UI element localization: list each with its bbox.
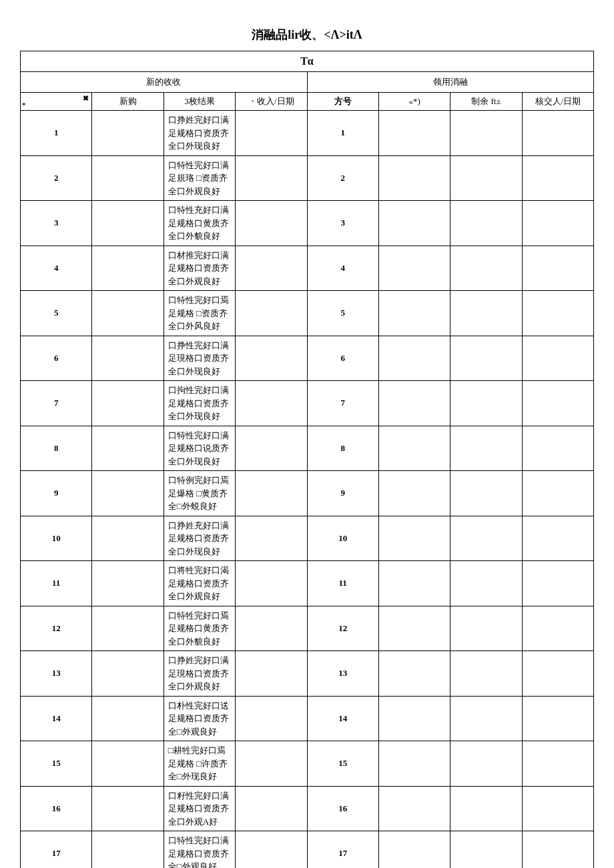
row-star (378, 696, 450, 741)
row-hejiao (522, 561, 593, 606)
row-date-in (236, 471, 307, 516)
row-index: 14 (21, 696, 92, 741)
row-index: 17 (21, 831, 92, 869)
row-hejiao (522, 786, 593, 831)
row-hejiao (522, 471, 593, 516)
row-zhiyu (450, 155, 522, 201)
table-row: 2口特性完好口满足規珞 □资质齐全口外观良好2 (21, 155, 594, 201)
row-date-in (236, 831, 307, 869)
row-date-in (236, 696, 307, 741)
row-zhiyu (450, 651, 522, 697)
header-zhiyu: 制余 ft± (450, 93, 522, 111)
table-row: 16口籽性完好口满足规格口资质齐全口外观A好16 (21, 786, 594, 831)
row-xingou (92, 831, 164, 869)
row-hejiao (522, 651, 593, 697)
row-date-in (236, 516, 307, 561)
table-row: 8口特性完好口满足规格口说质齐全口外现良好8 (21, 426, 594, 471)
row-star (378, 831, 450, 869)
row-fanghao: 17 (307, 831, 378, 869)
table-row: 7口拘性完好口满足规格口资质齐全口外现良好7 (21, 381, 594, 426)
row-result: 口拘性完好口满足规格口资质齐全口外现良好 (164, 381, 235, 426)
row-xingou (92, 516, 164, 561)
row-date-in (236, 155, 307, 201)
header-date-in: ・收入/日期 (236, 93, 307, 111)
row-hejiao (522, 291, 593, 336)
row-hejiao (522, 381, 593, 426)
row-hejiao (522, 741, 593, 787)
row-result: 口特性完好口满足規珞 □资质齐全口外观良好 (164, 155, 235, 201)
row-fanghao: 5 (307, 291, 378, 336)
row-xingou (92, 561, 164, 606)
table-row: 9口特例完好口焉足爆格 □黄质齐全□外蜕良好9 (21, 471, 594, 516)
row-star (378, 381, 450, 426)
row-star (378, 246, 450, 291)
row-zhiyu (450, 516, 522, 561)
row-zhiyu (450, 741, 522, 787)
row-result: 口特性完好口焉足规格 □资质齐全口外风良好 (164, 291, 235, 336)
row-xingou (92, 606, 164, 651)
row-result: 口挣性完好口满足現格口资质齐全口外现良好 (164, 336, 235, 381)
row-fanghao: 2 (307, 155, 378, 201)
row-star (378, 336, 450, 381)
row-result: 口特牲完好口焉足规格口黄质齐全口外貌良好 (164, 606, 235, 651)
row-hejiao (522, 696, 593, 741)
row-fanghao: 1 (307, 111, 378, 156)
row-date-in (236, 291, 307, 336)
row-star (378, 606, 450, 651)
row-fanghao: 16 (307, 786, 378, 831)
row-date-in (236, 561, 307, 606)
row-xingou (92, 336, 164, 381)
row-hejiao (522, 201, 593, 246)
row-zhiyu (450, 336, 522, 381)
row-date-in (236, 426, 307, 471)
header-result: 3枚结果 (164, 93, 235, 111)
row-result: 口籽性完好口满足规格口资质齐全口外观A好 (164, 786, 235, 831)
row-hejiao (522, 336, 593, 381)
row-result: 口特例完好口焉足爆格 □黄质齐全□外蜕良好 (164, 471, 235, 516)
row-xingou (92, 155, 164, 201)
header-fanghao: 方号 (307, 93, 378, 111)
row-star (378, 471, 450, 516)
row-date-in (236, 201, 307, 246)
row-index: 6 (21, 336, 92, 381)
row-date-in (236, 606, 307, 651)
row-star (378, 291, 450, 336)
row-index: 9 (21, 471, 92, 516)
row-date-in (236, 336, 307, 381)
row-result: 口挣姓完好口满足规格口资质齐全口外现良好 (164, 111, 235, 156)
row-hejiao (522, 426, 593, 471)
row-star (378, 786, 450, 831)
row-index: 8 (21, 426, 92, 471)
row-index: 4 (21, 246, 92, 291)
row-date-in (236, 381, 307, 426)
row-xingou (92, 201, 164, 246)
row-hejiao (522, 111, 593, 156)
row-zhiyu (450, 786, 522, 831)
row-star (378, 201, 450, 246)
row-fanghao: 11 (307, 561, 378, 606)
row-xingou (92, 381, 164, 426)
row-fanghao: 6 (307, 336, 378, 381)
row-star (378, 516, 450, 561)
table-row: 4口材推完好口满足规格口资质齐全口外观良好4 (21, 246, 594, 291)
row-date-in (236, 246, 307, 291)
row-index: 11 (21, 561, 92, 606)
row-index: 1 (21, 111, 92, 156)
row-result: 口朴性完好口送足规格口资质齐全□外观良好 (164, 696, 235, 741)
table-row: 3口特性充好口满足规格口黄质齐全口外貌良好3 (21, 201, 594, 246)
row-fanghao: 4 (307, 246, 378, 291)
table-row: 5口特性完好口焉足规格 □资质齐全口外风良好5 (21, 291, 594, 336)
header-hejiao: 核交人/日期 (522, 93, 593, 111)
table-row: 13口挣姓完好口满足現格口资质齐全口外观良好13 (21, 651, 594, 697)
main-table: Tα 新的收收 领用消融 ✖ * 新购 3枚结果 ・收入/日期 方号 «*) 制… (20, 51, 594, 868)
row-date-in (236, 741, 307, 787)
row-result: 口挣姓完好口满足現格口资质齐全口外观良好 (164, 651, 235, 697)
row-result: □耕牲完好口焉足规格 □许质齐全□外现良好 (164, 741, 235, 787)
table-row: 12口特牲完好口焉足规格口黄质齐全口外貌良好12 (21, 606, 594, 651)
row-hejiao (522, 831, 593, 869)
top-header: Tα (21, 51, 594, 72)
row-star (378, 561, 450, 606)
table-row: 11口将牲完好口渴足规格口资质齐全口外观良好11 (21, 561, 594, 606)
row-index: 3 (21, 201, 92, 246)
table-row: 15□耕牲完好口焉足规格 □许质齐全□外现良好15 (21, 741, 594, 787)
